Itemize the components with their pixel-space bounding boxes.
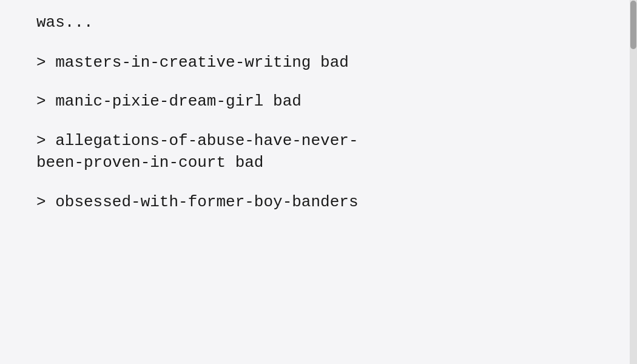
list-item-4-text: > obsessed-with-former-boy-banders: [36, 193, 359, 211]
list-item-3: > allegations-of-abuse-have-never- been-…: [36, 130, 601, 174]
list-item-3-line2: been-proven-in-court bad: [36, 152, 601, 174]
list-item-4: > obsessed-with-former-boy-banders: [36, 191, 601, 213]
intro-text: was...: [36, 13, 93, 32]
main-content: was... > masters-in-creative-writing bad…: [0, 0, 637, 364]
list-item-1-text: > masters-in-creative-writing bad: [36, 53, 349, 72]
scrollbar-thumb[interactable]: [630, 1, 636, 49]
text-block: was... > masters-in-creative-writing bad…: [36, 11, 601, 213]
scrollbar[interactable]: [630, 0, 637, 364]
list-item-2-text: > manic-pixie-dream-girl bad: [36, 92, 302, 110]
list-item-1: > masters-in-creative-writing bad: [36, 52, 601, 73]
intro-line: was...: [36, 11, 601, 35]
list-item-2: > manic-pixie-dream-girl bad: [36, 90, 601, 112]
list-item-3-line1: > allegations-of-abuse-have-never-: [36, 132, 359, 150]
